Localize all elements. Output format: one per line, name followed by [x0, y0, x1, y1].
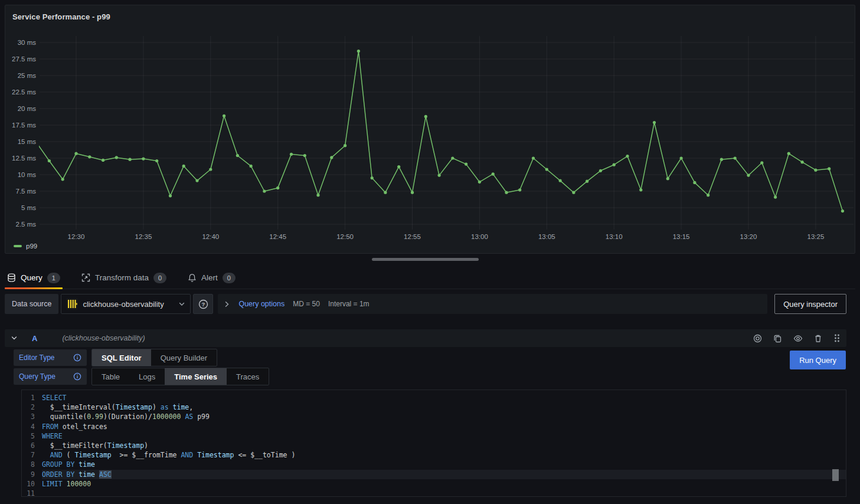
svg-text:13:15: 13:15 — [673, 233, 690, 240]
line-content: FROM otel_traces — [42, 422, 846, 431]
option-table[interactable]: Table — [92, 368, 129, 385]
datasource-label: Data source — [5, 294, 58, 314]
code-line-7[interactable]: 7 AND ( Timestamp >= $__fromTime AND Tim… — [22, 450, 846, 460]
query-inspector-button[interactable]: Query inspector — [774, 294, 846, 314]
code-line-5[interactable]: 5WHERE — [22, 431, 846, 441]
tab-label: Query — [21, 273, 42, 282]
svg-text:12.5 ms: 12.5 ms — [12, 155, 36, 162]
code-line-11[interactable]: 11 — [22, 489, 846, 496]
legend-swatch — [14, 245, 22, 247]
datasource-picker-value: clickhouse-observability — [83, 300, 174, 309]
datasource-picker[interactable]: clickhouse-observability — [61, 294, 191, 314]
timeseries-chart[interactable]: 2.5 ms5 ms7.5 ms10 ms12.5 ms15 ms17.5 ms… — [5, 23, 855, 246]
max-data-points-value: MD = 50 — [293, 300, 320, 308]
svg-text:13:20: 13:20 — [740, 233, 757, 240]
line-number: 7 — [22, 450, 42, 460]
svg-text:12:35: 12:35 — [135, 233, 152, 240]
datasource-help-button[interactable]: ? — [193, 294, 213, 314]
info-icon[interactable] — [73, 372, 81, 381]
code-line-4[interactable]: 4FROM otel_traces — [22, 422, 846, 431]
svg-text:10 ms: 10 ms — [18, 171, 37, 178]
tab-alert[interactable]: Alert0 — [185, 267, 238, 289]
line-content: SELECT — [42, 393, 846, 402]
svg-text:27.5 ms: 27.5 ms — [12, 55, 36, 63]
tab-query[interactable]: Query1 — [5, 267, 63, 289]
editor-type-group: SQL EditorQuery Builder — [91, 349, 217, 366]
svg-text:12:30: 12:30 — [68, 233, 85, 240]
svg-text:13:00: 13:00 — [471, 233, 488, 240]
editor-scrollbar-thumb[interactable] — [832, 469, 839, 481]
code-line-1[interactable]: 1SELECT — [22, 393, 846, 402]
line-number: 5 — [22, 431, 42, 441]
collapse-chevron-icon[interactable] — [11, 335, 18, 342]
tab-label: Alert — [201, 273, 218, 282]
option-logs[interactable]: Logs — [129, 368, 165, 385]
record-icon[interactable] — [753, 334, 762, 343]
line-content: AND ( Timestamp >= $__fromTime AND Times… — [42, 450, 846, 460]
query-row-header[interactable]: A (clickhouse-observability) — [5, 329, 846, 347]
line-number: 1 — [22, 393, 42, 402]
svg-text:2.5 ms: 2.5 ms — [15, 221, 36, 228]
option-sql-editor[interactable]: SQL Editor — [92, 349, 151, 366]
legend-item-p99[interactable]: p99 — [14, 243, 37, 250]
bell-icon — [188, 273, 197, 282]
query-ref-id[interactable]: A — [32, 334, 37, 343]
svg-text:12:40: 12:40 — [202, 233, 219, 240]
line-number: 6 — [22, 441, 42, 450]
line-number: 2 — [22, 402, 42, 412]
line-number: 4 — [22, 422, 42, 431]
datasource-row: Data source clickhouse-observability ? Q… — [5, 294, 846, 314]
info-icon[interactable] — [73, 354, 81, 362]
eye-icon[interactable] — [793, 334, 803, 343]
tab-badge: 0 — [153, 273, 166, 283]
line-content: $__timeFilter(Timestamp) — [42, 441, 846, 450]
code-line-3[interactable]: 3 quantile(0.99)(Duration)/1000000 AS p9… — [22, 412, 846, 421]
svg-text:12:55: 12:55 — [404, 233, 421, 240]
line-number: 11 — [22, 489, 42, 496]
code-line-2[interactable]: 2 $__timeInterval(Timestamp) as time, — [22, 402, 846, 412]
line-content: LIMIT 100000 — [42, 479, 846, 489]
interval-value: Interval = 1m — [328, 300, 369, 308]
code-line-10[interactable]: 10LIMIT 100000 — [22, 479, 846, 489]
line-content — [42, 489, 846, 496]
query-type-label: Query Type — [14, 368, 87, 385]
run-query-button[interactable]: Run Query — [790, 351, 846, 369]
line-content: quantile(0.99)(Duration)/1000000 AS p99 — [42, 412, 846, 421]
line-content: ORDER BY time ASC — [42, 470, 846, 479]
code-line-8[interactable]: 8GROUP BY time — [22, 460, 846, 469]
line-content: $__timeInterval(Timestamp) as time, — [42, 402, 846, 412]
svg-text:30 ms: 30 ms — [18, 39, 37, 46]
code-line-9[interactable]: 9ORDER BY time ASC — [22, 470, 846, 479]
help-icon: ? — [198, 299, 208, 309]
query-options-link[interactable]: Query options — [238, 300, 285, 308]
svg-text:12:50: 12:50 — [336, 233, 354, 240]
timeseries-panel: Service Performance - p99 2.5 ms5 ms7.5 … — [5, 5, 855, 254]
query-datasource-hint: (clickhouse-observability) — [62, 334, 747, 342]
editor-type-row: Editor Type SQL EditorQuery Builder — [5, 349, 846, 366]
legend-label: p99 — [26, 243, 37, 250]
sql-editor[interactable]: 1SELECT2 $__timeInterval(Timestamp) as t… — [21, 390, 846, 497]
drag-handle-icon[interactable] — [833, 333, 841, 343]
option-traces[interactable]: Traces — [227, 368, 269, 385]
copy-icon[interactable] — [773, 334, 782, 343]
tab-badge: 0 — [223, 273, 236, 283]
horizontal-scrollbar[interactable] — [372, 258, 479, 261]
option-time-series[interactable]: Time Series — [165, 368, 227, 385]
svg-text:5 ms: 5 ms — [21, 204, 36, 211]
svg-text:17.5 ms: 17.5 ms — [12, 122, 36, 129]
line-number: 8 — [22, 460, 42, 469]
svg-text:13:25: 13:25 — [807, 233, 825, 240]
svg-text:?: ? — [202, 301, 205, 307]
query-options-strip: Query options MD = 50 Interval = 1m — [218, 294, 767, 314]
option-query-builder[interactable]: Query Builder — [151, 349, 217, 366]
panel-title: Service Performance - p99 — [12, 12, 110, 21]
svg-text:13:10: 13:10 — [606, 233, 623, 240]
query-row-card: A (clickhouse-observability) — [5, 329, 846, 497]
chevron-right-icon[interactable] — [224, 301, 230, 307]
trash-icon[interactable] — [814, 334, 822, 343]
transform-icon — [81, 273, 90, 282]
query-type-group: TableLogsTime SeriesTraces — [91, 368, 269, 385]
code-line-6[interactable]: 6 $__timeFilter(Timestamp) — [22, 441, 846, 450]
svg-text:13:05: 13:05 — [538, 233, 555, 240]
tab-transform-data[interactable]: Transform data0 — [79, 267, 169, 289]
